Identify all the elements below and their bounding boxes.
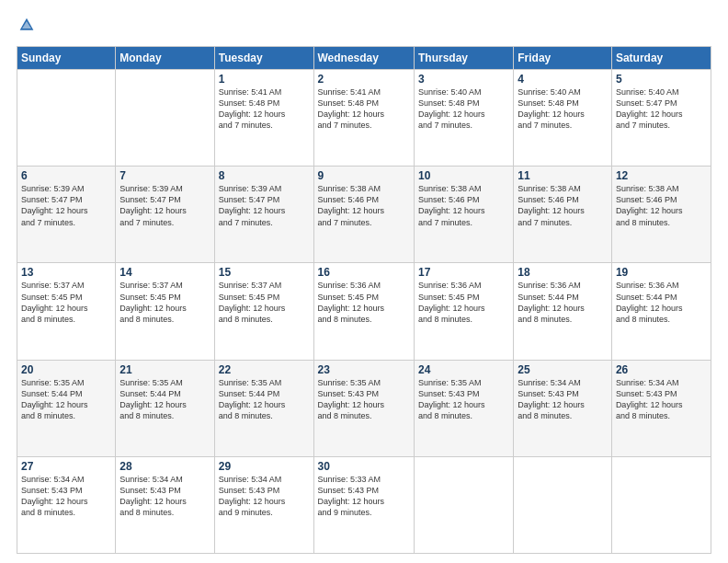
day-detail: Sunrise: 5:36 AM Sunset: 5:45 PM Dayligh… [418,280,509,325]
day-detail: Sunrise: 5:36 AM Sunset: 5:45 PM Dayligh… [318,280,410,325]
day-number: 11 [518,169,608,182]
logo [17,17,35,37]
weekday-header-tuesday: Tuesday [214,47,313,70]
day-detail: Sunrise: 5:36 AM Sunset: 5:44 PM Dayligh… [518,280,608,325]
calendar-cell: 26Sunrise: 5:34 AM Sunset: 5:43 PM Dayli… [611,360,711,456]
day-number: 20 [21,363,111,376]
day-detail: Sunrise: 5:41 AM Sunset: 5:48 PM Dayligh… [219,86,310,132]
day-detail: Sunrise: 5:38 AM Sunset: 5:46 PM Dayligh… [616,183,707,228]
calendar-cell [611,456,711,553]
day-detail: Sunrise: 5:41 AM Sunset: 5:48 PM Dayligh… [318,86,410,132]
day-detail: Sunrise: 5:37 AM Sunset: 5:45 PM Dayligh… [219,280,310,325]
calendar-cell: 1Sunrise: 5:41 AM Sunset: 5:48 PM Daylig… [214,70,313,167]
day-detail: Sunrise: 5:35 AM Sunset: 5:43 PM Dayligh… [418,377,509,422]
day-number: 22 [219,363,310,376]
calendar-cell: 17Sunrise: 5:36 AM Sunset: 5:45 PM Dayli… [414,263,513,360]
calendar-cell: 19Sunrise: 5:36 AM Sunset: 5:44 PM Dayli… [611,263,711,360]
day-detail: Sunrise: 5:35 AM Sunset: 5:44 PM Dayligh… [219,377,310,422]
day-number: 5 [616,73,707,86]
weekday-header-sunday: Sunday [17,47,116,70]
calendar-cell [414,456,513,553]
calendar-cell: 7Sunrise: 5:39 AM Sunset: 5:47 PM Daylig… [116,167,214,263]
calendar-cell: 10Sunrise: 5:38 AM Sunset: 5:46 PM Dayli… [414,167,513,263]
day-detail: Sunrise: 5:34 AM Sunset: 5:43 PM Dayligh… [219,474,310,519]
calendar-cell: 5Sunrise: 5:40 AM Sunset: 5:47 PM Daylig… [611,70,711,167]
day-detail: Sunrise: 5:35 AM Sunset: 5:44 PM Dayligh… [119,377,210,422]
day-number: 24 [418,363,509,376]
calendar-table: SundayMondayTuesdayWednesdayThursdayFrid… [17,46,711,554]
day-number: 21 [119,363,210,376]
day-number: 27 [21,460,111,473]
calendar-cell [514,456,612,553]
day-number: 15 [219,266,310,279]
weekday-header-friday: Friday [514,47,612,70]
day-number: 10 [418,169,509,182]
day-number: 19 [616,266,707,279]
weekday-header-wednesday: Wednesday [313,47,414,70]
day-number: 28 [119,460,210,473]
calendar-cell: 3Sunrise: 5:40 AM Sunset: 5:48 PM Daylig… [414,70,513,167]
calendar-cell: 8Sunrise: 5:39 AM Sunset: 5:47 PM Daylig… [214,167,313,263]
day-number: 18 [518,266,608,279]
day-number: 26 [616,363,707,376]
day-number: 1 [219,73,310,86]
day-detail: Sunrise: 5:39 AM Sunset: 5:47 PM Dayligh… [219,183,310,228]
calendar-cell: 25Sunrise: 5:34 AM Sunset: 5:43 PM Dayli… [514,360,612,456]
calendar-cell: 18Sunrise: 5:36 AM Sunset: 5:44 PM Dayli… [514,263,612,360]
calendar-cell: 22Sunrise: 5:35 AM Sunset: 5:44 PM Dayli… [214,360,313,456]
calendar-cell [17,70,116,167]
day-detail: Sunrise: 5:33 AM Sunset: 5:43 PM Dayligh… [318,474,410,519]
day-number: 23 [318,363,410,376]
day-detail: Sunrise: 5:40 AM Sunset: 5:48 PM Dayligh… [518,86,608,132]
day-number: 9 [318,169,410,182]
page: SundayMondayTuesdayWednesdayThursdayFrid… [0,0,728,563]
header [17,17,711,37]
day-detail: Sunrise: 5:39 AM Sunset: 5:47 PM Dayligh… [21,183,111,228]
calendar-cell: 15Sunrise: 5:37 AM Sunset: 5:45 PM Dayli… [214,263,313,360]
weekday-header-saturday: Saturday [611,47,711,70]
calendar-cell: 2Sunrise: 5:41 AM Sunset: 5:48 PM Daylig… [313,70,414,167]
day-number: 14 [119,266,210,279]
weekday-header-monday: Monday [116,47,214,70]
day-detail: Sunrise: 5:39 AM Sunset: 5:47 PM Dayligh… [119,183,210,228]
calendar-cell: 29Sunrise: 5:34 AM Sunset: 5:43 PM Dayli… [214,456,313,553]
day-number: 13 [21,266,111,279]
calendar-cell: 6Sunrise: 5:39 AM Sunset: 5:47 PM Daylig… [17,167,116,263]
day-detail: Sunrise: 5:37 AM Sunset: 5:45 PM Dayligh… [21,280,111,325]
calendar-cell: 14Sunrise: 5:37 AM Sunset: 5:45 PM Dayli… [116,263,214,360]
day-detail: Sunrise: 5:34 AM Sunset: 5:43 PM Dayligh… [21,474,111,519]
logo-icon [18,17,35,33]
day-number: 25 [518,363,608,376]
weekday-header-thursday: Thursday [414,47,513,70]
day-detail: Sunrise: 5:35 AM Sunset: 5:44 PM Dayligh… [21,377,111,422]
day-number: 12 [616,169,707,182]
day-detail: Sunrise: 5:40 AM Sunset: 5:48 PM Dayligh… [418,86,509,132]
day-number: 17 [418,266,509,279]
calendar-cell: 20Sunrise: 5:35 AM Sunset: 5:44 PM Dayli… [17,360,116,456]
day-number: 8 [219,169,310,182]
calendar-cell: 21Sunrise: 5:35 AM Sunset: 5:44 PM Dayli… [116,360,214,456]
day-number: 4 [518,73,608,86]
day-detail: Sunrise: 5:34 AM Sunset: 5:43 PM Dayligh… [119,474,210,519]
day-number: 2 [318,73,410,86]
calendar-cell: 11Sunrise: 5:38 AM Sunset: 5:46 PM Dayli… [514,167,612,263]
calendar-cell: 27Sunrise: 5:34 AM Sunset: 5:43 PM Dayli… [17,456,116,553]
day-detail: Sunrise: 5:36 AM Sunset: 5:44 PM Dayligh… [616,280,707,325]
day-number: 3 [418,73,509,86]
day-detail: Sunrise: 5:38 AM Sunset: 5:46 PM Dayligh… [418,183,509,228]
day-detail: Sunrise: 5:38 AM Sunset: 5:46 PM Dayligh… [318,183,410,228]
day-detail: Sunrise: 5:34 AM Sunset: 5:43 PM Dayligh… [518,377,608,422]
calendar-cell: 24Sunrise: 5:35 AM Sunset: 5:43 PM Dayli… [414,360,513,456]
calendar-cell: 12Sunrise: 5:38 AM Sunset: 5:46 PM Dayli… [611,167,711,263]
day-number: 6 [21,169,111,182]
day-detail: Sunrise: 5:34 AM Sunset: 5:43 PM Dayligh… [616,377,707,422]
day-detail: Sunrise: 5:35 AM Sunset: 5:43 PM Dayligh… [318,377,410,422]
day-detail: Sunrise: 5:38 AM Sunset: 5:46 PM Dayligh… [518,183,608,228]
calendar-cell: 28Sunrise: 5:34 AM Sunset: 5:43 PM Dayli… [116,456,214,553]
day-number: 30 [318,460,410,473]
calendar-cell: 30Sunrise: 5:33 AM Sunset: 5:43 PM Dayli… [313,456,414,553]
calendar-cell: 13Sunrise: 5:37 AM Sunset: 5:45 PM Dayli… [17,263,116,360]
day-number: 16 [318,266,410,279]
calendar-cell: 16Sunrise: 5:36 AM Sunset: 5:45 PM Dayli… [313,263,414,360]
calendar-cell [116,70,214,167]
